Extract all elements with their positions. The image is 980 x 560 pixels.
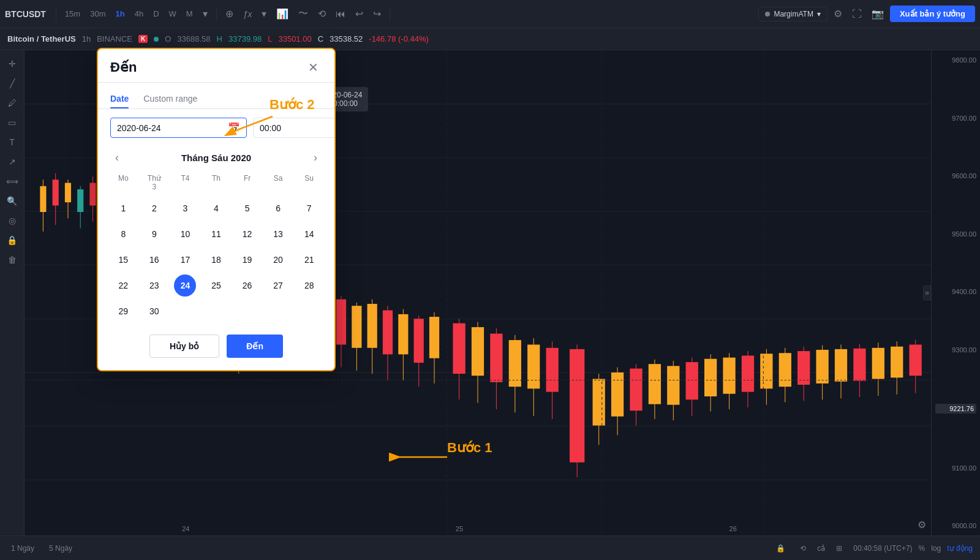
svg-rect-60 — [398, 314, 408, 354]
undo-icon[interactable]: ↩ — [352, 6, 367, 22]
lock-scale-btn[interactable]: 🔒 — [772, 543, 789, 554]
interval-30m[interactable]: 30m — [86, 7, 109, 21]
rectangle-tool[interactable]: ▭ — [2, 114, 22, 131]
svg-rect-52 — [336, 300, 346, 345]
cal-week-1: 1 2 3 4 5 6 7 — [108, 196, 325, 221]
line-tool[interactable]: ╱ — [2, 75, 22, 92]
crosshair-tool[interactable]: ✛ — [2, 55, 22, 72]
indicator-icon[interactable]: 〜 — [295, 5, 312, 23]
cal-prev-btn[interactable]: ‹ — [110, 149, 124, 167]
cal-day-4[interactable]: 4 — [205, 197, 227, 219]
chart-type-icon[interactable]: ▾ — [258, 6, 270, 22]
goto-button[interactable]: Đến — [227, 335, 283, 358]
cal-day-17[interactable]: 17 — [174, 249, 196, 271]
cal-day-28[interactable]: 28 — [298, 274, 320, 297]
text-tool[interactable]: T — [2, 134, 22, 151]
price-axis: 9800.00 9700.00 9600.00 9500.00 9400.00 … — [931, 50, 980, 535]
cal-day-8[interactable]: 8 — [112, 223, 134, 245]
cal-day-27[interactable]: 27 — [267, 274, 289, 297]
rewind-icon[interactable]: ⏮ — [332, 6, 349, 22]
publish-button[interactable]: Xuất bản ý tưởng — [890, 6, 975, 22]
cal-day-16[interactable]: 16 — [143, 249, 165, 271]
cal-day-15[interactable]: 15 — [112, 249, 134, 271]
interval-more-icon[interactable]: ▾ — [199, 6, 211, 22]
replay-btn[interactable]: ⟲ — [796, 543, 810, 554]
date-input-wrap[interactable]: 📅 — [110, 118, 247, 138]
cal-empty-5 — [298, 300, 320, 322]
log-btn[interactable]: log — [931, 544, 941, 553]
expand-panel-icon[interactable]: » — [923, 286, 931, 300]
cal-day-19[interactable]: 19 — [236, 249, 258, 271]
fullscreen-icon[interactable]: ⛶ — [848, 6, 865, 22]
cal-day-23[interactable]: 23 — [143, 274, 165, 297]
add-indicator-icon[interactable]: ⊕ — [222, 6, 237, 22]
5day-btn[interactable]: 5 Ngày — [45, 543, 76, 554]
margin-atm-btn[interactable]: MargimATM ▾ — [758, 7, 827, 21]
cal-day-20[interactable]: 20 — [267, 249, 289, 271]
cal-day-24[interactable]: 24 — [174, 274, 196, 297]
cal-week-5: 29 30 — [108, 299, 325, 324]
cal-day-11[interactable]: 11 — [205, 223, 227, 245]
cal-day-2[interactable]: 2 — [143, 197, 165, 219]
cal-day-3[interactable]: 3 — [174, 197, 196, 219]
cal-day-29[interactable]: 29 — [112, 300, 134, 322]
cal-day-13[interactable]: 13 — [267, 223, 289, 245]
cal-next-btn[interactable]: › — [309, 149, 322, 167]
compare-btn[interactable]: ⊞ — [832, 543, 846, 554]
time-input-wrap[interactable]: 🕐 — [253, 118, 336, 138]
svg-rect-12 — [40, 186, 46, 212]
modal-footer: Hủy bỏ Đến — [98, 325, 334, 370]
svg-rect-14 — [53, 180, 59, 205]
cancel-button[interactable]: Hủy bỏ — [149, 335, 219, 358]
modal-title: Đến — [110, 59, 137, 75]
fx-icon[interactable]: ƒx — [239, 7, 256, 21]
settings-icon[interactable]: ⚙ — [830, 6, 846, 22]
chart-settings-icon[interactable]: ⚙ — [918, 519, 926, 531]
cal-hdr-t3: Thứ3 — [139, 172, 170, 194]
modal-close-button[interactable]: ✕ — [304, 59, 322, 76]
interval-w[interactable]: W — [165, 7, 180, 21]
brush-tool[interactable]: 🖊 — [2, 94, 22, 112]
cal-day-26[interactable]: 26 — [236, 274, 258, 297]
lock-tool[interactable]: 🔒 — [2, 232, 22, 249]
interval-15m[interactable]: 15m — [61, 7, 84, 21]
cal-day-22[interactable]: 22 — [112, 274, 134, 297]
1day-btn[interactable]: 1 Ngày — [7, 543, 38, 554]
magnet-tool[interactable]: ◎ — [2, 212, 22, 229]
interval-4h[interactable]: 4h — [131, 7, 147, 21]
calendar-nav: ‹ Tháng Sáu 2020 › — [98, 146, 334, 172]
cal-day-6[interactable]: 6 — [267, 197, 289, 219]
percent-btn[interactable]: % — [919, 544, 925, 553]
date-picker-modal[interactable]: Đến ✕ Date Custom range 📅 🕐 ‹ Tháng Sáu … — [97, 48, 336, 371]
svg-rect-64 — [429, 317, 439, 358]
cal-day-30[interactable]: 30 — [143, 300, 165, 322]
trash-tool[interactable]: 🗑 — [2, 251, 22, 268]
cal-day-7[interactable]: 7 — [298, 197, 320, 219]
time-input[interactable] — [260, 123, 336, 133]
cal-day-10[interactable]: 10 — [174, 223, 196, 245]
tab-date[interactable]: Date — [110, 89, 129, 108]
cal-day-12[interactable]: 12 — [236, 223, 258, 245]
interval-m[interactable]: M — [183, 7, 197, 21]
cal-day-14[interactable]: 14 — [298, 223, 320, 245]
arrow-tool[interactable]: ↗ — [2, 153, 22, 170]
bar-chart-icon[interactable]: 📊 — [273, 6, 292, 22]
measure-tool[interactable]: ⟺ — [2, 173, 22, 190]
cal-day-25[interactable]: 25 — [205, 274, 227, 297]
interval-d[interactable]: D — [149, 7, 162, 21]
cal-day-5[interactable]: 5 — [236, 197, 258, 219]
replay-icon[interactable]: ⟲ — [314, 6, 330, 22]
cal-day-21[interactable]: 21 — [298, 249, 320, 271]
cal-day-9[interactable]: 9 — [143, 223, 165, 245]
auto-btn[interactable]: tự động — [947, 544, 973, 553]
interval-1h[interactable]: 1h — [111, 7, 128, 21]
camera-icon[interactable]: 📷 — [868, 6, 888, 22]
redo-icon[interactable]: ↪ — [369, 6, 385, 22]
calendar-icon[interactable]: 📅 — [228, 122, 240, 134]
zoom-tool[interactable]: 🔍 — [2, 192, 22, 210]
tab-custom-range[interactable]: Custom range — [143, 89, 197, 108]
margin-chevron-icon: ▾ — [817, 10, 821, 18]
date-input[interactable] — [117, 123, 224, 133]
cal-day-18[interactable]: 18 — [205, 249, 227, 271]
cal-day-1[interactable]: 1 — [112, 197, 134, 219]
